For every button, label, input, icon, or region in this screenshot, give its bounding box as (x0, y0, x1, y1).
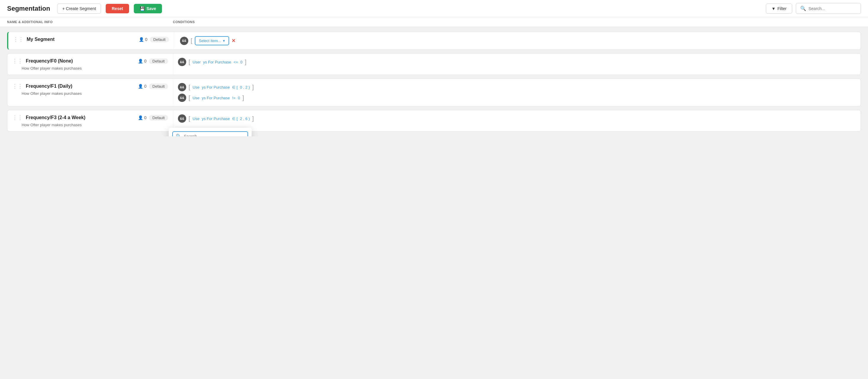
condition1-user-f1: Use (193, 85, 199, 89)
segment-left-f3: ⋮⋮ Frequency/F3 (2-4 a Week) 👤 0 Default… (7, 110, 173, 131)
segment-header-f0: ⋮⋮ Frequency/F0 (None) 👤 0 Default (12, 58, 168, 64)
segment-meta-f1: 👤 0 Default (138, 84, 168, 89)
segment-right-f0: && [ User ys For Purchase <= 0 ] (173, 54, 861, 75)
chevron-down-icon: ▾ (223, 38, 225, 43)
condition2-val-f1: 0 (238, 96, 240, 100)
condition-user-f0: User (193, 60, 201, 64)
segment-desc-f1: How Ofter player makes purchases (12, 91, 168, 96)
default-badge-f3: Default (149, 115, 168, 121)
dropdown-search-input[interactable] (184, 134, 245, 136)
bracket-open: [ (191, 37, 192, 44)
and-badge: && (178, 114, 186, 123)
segment-name-my-segment: My Segment (27, 37, 136, 42)
segment-desc-f0: How Ofter player makes purchases (12, 66, 168, 70)
segment-header-f3: ⋮⋮ Frequency/F3 (2-4 a Week) 👤 0 Default (12, 114, 168, 121)
segment-header-my-segment: ⋮⋮ My Segment 👤 0 Default (13, 36, 169, 43)
segment-meta-f3: 👤 0 Default (138, 115, 168, 121)
select-item-dropdown[interactable]: Select item... ▾ (195, 36, 229, 45)
condition-user-f3: Use (193, 116, 199, 121)
segment-card-f0: ⋮⋮ Frequency/F0 (None) 👤 0 Default How O… (7, 53, 861, 75)
user-count-f0: 👤 0 (138, 59, 147, 63)
segment-left-f1: ⋮⋮ Frequency/F1 (Daily) 👤 0 Default How … (7, 79, 173, 106)
user-icon: 👤 (139, 37, 144, 42)
segment-header-f1: ⋮⋮ Frequency/F1 (Daily) 👤 0 Default (12, 83, 168, 89)
condition1-op-f1: ∈ [ (232, 85, 238, 89)
condition2-user-f1: Use (193, 96, 199, 100)
segment-card-my-segment: ⋮⋮ My Segment 👤 0 Default && [ Se (7, 32, 861, 50)
and-badge: && (180, 37, 188, 45)
segment-name-f0: Frequency/F0 (None) (26, 58, 135, 64)
create-segment-button[interactable]: + Create Segment (57, 4, 101, 13)
col-conditions-header: CONDITIONS (173, 20, 195, 24)
table-header: NAME & ADDITIONAL INFO CONDITIONS (0, 17, 868, 27)
drag-handle[interactable]: ⋮⋮ (12, 58, 23, 64)
segment-card-f1: ⋮⋮ Frequency/F1 (Daily) 👤 0 Default How … (7, 79, 861, 106)
segment-left-f0: ⋮⋮ Frequency/F0 (None) 👤 0 Default How O… (7, 54, 173, 75)
condition2-full-f1: ys For Purchase (202, 96, 230, 100)
app-title: Segmentation (7, 5, 50, 12)
condition-full-f3: ys For Purchase (202, 116, 230, 121)
filter-button[interactable]: ▼ Filter (766, 4, 792, 13)
segment-card-f3: ⋮⋮ Frequency/F3 (2-4 a Week) 👤 0 Default… (7, 110, 861, 132)
search-box: 🔍 (796, 3, 861, 14)
user-count-f3: 👤 0 (138, 115, 147, 120)
segment-right-f1: && [ Use ys For Purchase ∈ [ 0 , 2 ) ] &… (173, 79, 861, 106)
segment-meta-f0: 👤 0 Default (138, 58, 168, 64)
topbar-right: ▼ Filter 🔍 (766, 3, 861, 14)
segment-desc-f3: How Ofter player makes purchases (12, 123, 168, 127)
save-button[interactable]: 💾 Save (134, 4, 162, 13)
save-disk-icon: 💾 (140, 6, 145, 11)
default-badge-f0: Default (149, 58, 168, 64)
segment-meta: 👤 0 Default (139, 37, 169, 42)
user-icon: 👤 (138, 84, 143, 89)
conditions-my-segment: && [ Select item... ▾ ✕ (174, 32, 861, 50)
condition-val-f3: 2 , 6 ) (240, 116, 250, 121)
dropdown-search-inner: 🔍 (172, 131, 248, 136)
condition-f3: && [ Use ys For Purchase ∈ [ 2 , 6 ) ] (178, 114, 856, 123)
filter-icon: ▼ (772, 6, 776, 11)
search-icon: 🔍 (800, 6, 806, 11)
segment-name-f3: Frequency/F3 (2-4 a Week) (26, 115, 135, 120)
condition-f0: && [ User ys For Purchase <= 0 ] (178, 58, 856, 66)
condition-f1-1: && [ Use ys For Purchase ∈ [ 0 , 2 ) ] (178, 83, 856, 91)
reset-button[interactable]: Reset (106, 4, 129, 13)
item-dropdown: 🔍 OrSYSTEMApp VersionEngine VersionLangu… (169, 128, 252, 136)
condition-op-f0: <= (234, 60, 238, 64)
user-icon: 👤 (138, 59, 143, 63)
and-badge: && (178, 58, 186, 66)
default-badge: Default (150, 37, 169, 42)
condition2-op-f1: != (232, 96, 235, 100)
and-badge: && (178, 94, 186, 102)
and-badge: && (178, 83, 186, 91)
col-name-header: NAME & ADDITIONAL INFO (7, 20, 173, 24)
segment-right-f3: && [ Use ys For Purchase ∈ [ 2 , 6 ) ] (173, 110, 861, 131)
search-input[interactable] (808, 6, 857, 11)
default-badge-f1: Default (149, 84, 168, 89)
main-content: ⋮⋮ My Segment 👤 0 Default && [ Se (0, 27, 868, 136)
dropdown-search-area: 🔍 (169, 128, 252, 136)
user-icon: 👤 (138, 115, 143, 120)
condition1-val-f1: 0 , 2 ) (240, 85, 250, 89)
condition-val-f0: 0 (240, 60, 243, 64)
condition-f1-2: && [ Use ys For Purchase != 0 ] (178, 94, 856, 102)
drag-handle[interactable]: ⋮⋮ (12, 114, 23, 121)
segment-name-f1: Frequency/F1 (Daily) (26, 84, 135, 89)
topbar: Segmentation + Create Segment Reset 💾 Sa… (0, 0, 868, 17)
drag-handle[interactable]: ⋮⋮ (12, 83, 23, 89)
condition-full-f0: ys For Purchase (203, 60, 231, 64)
user-count: 👤 0 (139, 37, 148, 42)
dropdown-search-icon: 🔍 (176, 134, 182, 136)
close-condition-button[interactable]: ✕ (231, 38, 235, 43)
user-count-f1: 👤 0 (138, 84, 147, 89)
drag-handle[interactable]: ⋮⋮ (13, 36, 24, 43)
condition-block-1: && [ Select item... ▾ ✕ (180, 36, 855, 45)
condition1-full-f1: ys For Purchase (202, 85, 230, 89)
condition-op-f3: ∈ [ (232, 116, 238, 121)
